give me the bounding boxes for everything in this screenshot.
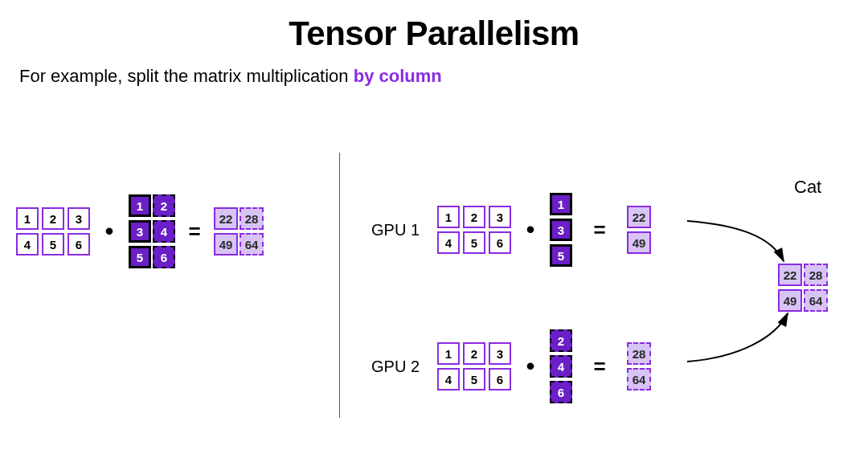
- matrix-cell: 4: [437, 231, 460, 254]
- matrix-cell: 2: [463, 206, 485, 228]
- full-equation: 1 2 3 4 5 6 • 1 3 5 2 4 6 = 22 49: [16, 194, 264, 268]
- matrix-c-gpu2: 28 64: [627, 342, 651, 390]
- matrix-cell: 1: [550, 193, 572, 215]
- matrix-cell: 5: [129, 246, 151, 268]
- matrix-cell: 22: [627, 206, 651, 228]
- matrix-cell: 3: [129, 220, 151, 243]
- matrix-cell: 1: [437, 342, 460, 365]
- matrix-cell: 4: [16, 233, 39, 256]
- matrix-b-col1: 1 3 5: [129, 194, 151, 268]
- matrix-cell: 6: [68, 233, 90, 256]
- page-title: Tensor Parallelism: [0, 14, 868, 53]
- matrix-cell: 28: [627, 342, 651, 365]
- matrix-cell: 6: [489, 231, 511, 254]
- subtitle-prefix: For example, split the matrix multiplica…: [19, 66, 354, 86]
- matrix-cell: 3: [489, 206, 511, 228]
- matrix-cell: 2: [42, 207, 64, 230]
- matrix-cell: 6: [550, 381, 572, 403]
- matrix-cell: 1: [129, 194, 151, 217]
- matrix-cell: 1: [437, 206, 460, 228]
- matrix-a-left: 1 2 3 4 5 6: [16, 207, 90, 256]
- matrix-cell: 3: [68, 207, 90, 230]
- matrix-c-col2: 28 64: [240, 207, 264, 256]
- equals-operator: =: [580, 219, 619, 241]
- equals-operator: =: [580, 355, 619, 378]
- matrix-cell: 2: [463, 342, 485, 365]
- gpu2-equation: GPU 2 1 2 3 4 5 6 • 2 4 6 = 28 64: [371, 329, 651, 403]
- matrix-cell: 49: [778, 289, 802, 312]
- arrow-gpu1-to-cat: [687, 221, 784, 261]
- divider-line: [339, 153, 340, 418]
- subtitle-accent: by column: [354, 66, 442, 86]
- matrix-cell: 22: [214, 207, 238, 230]
- gpu1-equation: GPU 1 1 2 3 4 5 6 • 1 3 5 = 22 49: [371, 193, 651, 267]
- matrix-b-left: 1 3 5 2 4 6: [129, 194, 175, 268]
- matrix-cell: 22: [778, 264, 802, 286]
- matrix-cell: 4: [437, 368, 460, 390]
- matrix-cell: 4: [550, 355, 572, 378]
- matrix-cell: 4: [153, 220, 175, 243]
- matrix-cell: 49: [214, 233, 238, 256]
- matrix-cell: 3: [489, 342, 511, 365]
- matrix-cell: 5: [550, 244, 572, 267]
- arrow-gpu2-to-cat: [687, 313, 788, 362]
- matrix-cell: 6: [489, 368, 511, 390]
- matrix-c-concat: 22 49 28 64: [778, 264, 828, 312]
- matrix-cell: 64: [804, 289, 828, 312]
- matrix-cell: 2: [153, 194, 175, 217]
- matrix-c-gpu1: 22 49: [627, 206, 651, 254]
- matrix-cell: 64: [240, 233, 264, 256]
- dot-operator: •: [98, 220, 121, 243]
- matrix-c-concat-col1: 22 49: [778, 264, 802, 312]
- dot-operator: •: [519, 355, 542, 378]
- matrix-c-left: 22 49 28 64: [214, 207, 264, 256]
- matrix-cell: 28: [804, 264, 828, 286]
- dot-operator: •: [519, 219, 542, 241]
- gpu1-label: GPU 1: [371, 221, 429, 239]
- subtitle: For example, split the matrix multiplica…: [19, 66, 868, 87]
- matrix-cell: 5: [42, 233, 64, 256]
- matrix-c-concat-col2: 28 64: [804, 264, 828, 312]
- diagram-stage: 1 2 3 4 5 6 • 1 3 5 2 4 6 = 22 49: [0, 121, 868, 462]
- matrix-b-col2: 2 4 6: [153, 194, 175, 268]
- matrix-cell: 2: [550, 329, 572, 352]
- matrix-cell: 28: [240, 207, 264, 230]
- matrix-cell: 49: [627, 231, 651, 254]
- matrix-cell: 64: [627, 368, 651, 390]
- matrix-a-gpu1: 1 2 3 4 5 6: [437, 206, 511, 254]
- gpu2-label: GPU 2: [371, 358, 429, 376]
- cat-label: Cat: [794, 177, 821, 198]
- matrix-a-gpu2: 1 2 3 4 5 6: [437, 342, 511, 390]
- matrix-b-gpu1: 1 3 5: [550, 193, 572, 267]
- matrix-cell: 5: [463, 368, 485, 390]
- matrix-cell: 6: [153, 246, 175, 268]
- matrix-cell: 1: [16, 207, 39, 230]
- matrix-cell: 3: [550, 219, 572, 241]
- matrix-b-gpu2: 2 4 6: [550, 329, 572, 403]
- concat-arrows: [0, 121, 868, 462]
- equals-operator: =: [183, 220, 206, 243]
- matrix-cell: 5: [463, 231, 485, 254]
- matrix-c-col1: 22 49: [214, 207, 238, 256]
